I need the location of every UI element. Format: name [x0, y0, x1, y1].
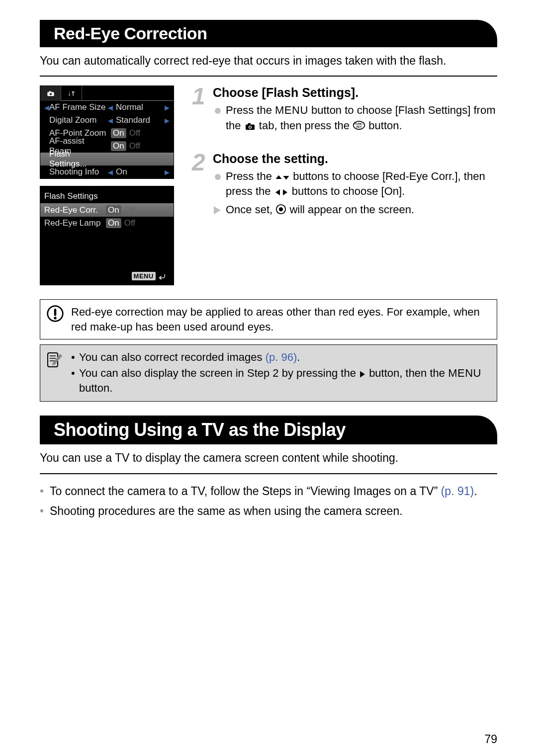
return-arrow-icon [158, 273, 167, 280]
section-header-red-eye: Red-Eye Correction [40, 20, 497, 47]
svg-marker-13 [283, 189, 287, 195]
warning-text: Red-eye correction may be applied to are… [71, 306, 480, 333]
step-1: 1 Choose [Flash Settings]. Press the MEN… [192, 85, 497, 134]
menu-button-label: MENU [132, 272, 156, 280]
right-button-icon [359, 370, 366, 378]
step-number-1: 1 [192, 83, 205, 110]
lcd-menu-screenshot: ◀AF Frame Size◀Normal▶ Digital Zoom◀Stan… [40, 85, 174, 179]
step1-bullet: Press the MENU button to choose [Flash S… [213, 103, 497, 134]
svg-point-2 [49, 93, 51, 95]
svg-marker-10 [276, 175, 282, 179]
func-set-button-icon: FUNC.SET [353, 120, 365, 131]
page-ref-link[interactable]: (p. 91) [441, 485, 474, 498]
flash-settings-title: Flash Settings [40, 186, 174, 203]
menu-row-label: AF Frame Size [49, 102, 108, 112]
step-row: ◀AF Frame Size◀Normal▶ Digital Zoom◀Stan… [40, 85, 497, 292]
menu-word-icon: MENU [448, 367, 481, 379]
svg-point-18 [54, 317, 56, 319]
divider [40, 473, 497, 474]
left-right-buttons-icon [274, 188, 289, 196]
step-2: 2 Choose the setting. Press the buttons … [192, 152, 497, 218]
menu-row-label: Red-Eye Corr. [44, 205, 103, 215]
tools-tab-icon [61, 86, 82, 101]
lcd-flash-screenshot: Flash Settings Red-Eye Corr.OnOff Red-Ey… [40, 186, 174, 285]
tip-item-2: You can also display the screen in Step … [71, 366, 490, 395]
page-number: 79 [40, 733, 497, 746]
menu-row-label: Flash Settings... [49, 149, 108, 169]
svg-rect-1 [49, 91, 51, 92]
step1-title: Choose [Flash Settings]. [213, 85, 497, 100]
svg-rect-4 [248, 123, 250, 125]
menu-row-label: Red-Eye Lamp [44, 218, 103, 228]
menu-row-value: On [113, 167, 165, 177]
step2-bullet2: Once set, will appear on the screen. [213, 202, 497, 218]
step-number-2: 2 [192, 149, 205, 176]
svg-marker-12 [275, 189, 280, 195]
up-down-buttons-icon [275, 173, 290, 181]
steps-column: 1 Choose [Flash Settings]. Press the MEN… [192, 85, 497, 292]
section2-intro: You can use a TV to display the camera s… [40, 450, 497, 466]
section-title: Red-Eye Correction [54, 24, 207, 43]
svg-marker-23 [360, 371, 365, 378]
pencil-note-icon [46, 350, 63, 375]
page-ref-link[interactable]: (p. 96) [266, 351, 297, 363]
camera-tab-icon [244, 122, 256, 131]
menu-row-label: Digital Zoom [49, 115, 108, 125]
menu-row-label: Shooting Info [49, 167, 108, 177]
section1-intro: You can automatically correct red-eye th… [40, 53, 497, 69]
menu-row-value: Standard [113, 115, 165, 125]
step2-title: Choose the setting. [213, 152, 497, 166]
camera-tab-icon [40, 86, 61, 101]
red-eye-indicator-icon [275, 204, 286, 215]
svg-point-15 [279, 207, 283, 211]
section2-bullet2: Shooting procedures are the same as when… [40, 503, 497, 519]
svg-point-6 [249, 126, 251, 128]
warning-icon [46, 305, 64, 327]
section-title: Shooting Using a TV as the Display [54, 420, 346, 440]
svg-rect-17 [54, 309, 57, 316]
menu-row-value: Normal [113, 102, 165, 112]
svg-marker-11 [283, 176, 289, 180]
lcd-column: ◀AF Frame Size◀Normal▶ Digital Zoom◀Stan… [40, 85, 174, 292]
divider [40, 76, 497, 77]
menu-word-icon: MENU [275, 104, 308, 116]
warning-note: Red-eye correction may be applied to are… [40, 299, 497, 339]
tip-item-1: You can also correct recorded images (p.… [71, 350, 490, 365]
tip-note: You can also correct recorded images (p.… [40, 344, 497, 402]
svg-text:SET: SET [357, 125, 362, 128]
step2-bullet1: Press the buttons to choose [Red-Eye Cor… [213, 169, 497, 200]
section2-bullet1: To connect the camera to a TV, follow th… [40, 483, 497, 499]
section-header-tv-display: Shooting Using a TV as the Display [40, 416, 497, 444]
